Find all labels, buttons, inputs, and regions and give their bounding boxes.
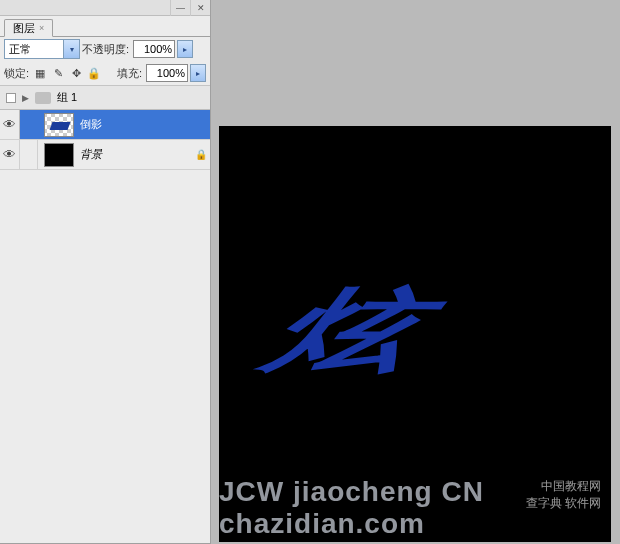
group-name: 组 1 <box>57 90 77 105</box>
canvas-area: 炫 中国教程网 查字典 软件网 JCW jiaocheng CN chazidi… <box>219 126 611 542</box>
lock-position-icon[interactable]: ✥ <box>69 66 83 80</box>
link-cell <box>20 140 38 169</box>
layer-name: 背景 <box>80 147 192 162</box>
minimize-icon[interactable]: — <box>170 0 190 16</box>
visibility-box[interactable] <box>6 93 16 103</box>
tab-label: 图层 <box>13 20 35 36</box>
blend-mode-value: 正常 <box>9 42 31 57</box>
close-icon[interactable]: ✕ <box>190 0 210 16</box>
fill-label: 填充: <box>117 66 142 81</box>
folder-icon <box>35 92 51 104</box>
blend-mode-select[interactable]: 正常 ▾ <box>4 39 80 59</box>
fill-input[interactable]: 100% <box>146 64 188 82</box>
layer-item-reflection[interactable]: 👁 倒影 <box>0 110 210 140</box>
tab-layers[interactable]: 图层 × <box>4 19 53 37</box>
visibility-toggle[interactable]: 👁 <box>0 110 20 139</box>
tab-close-icon[interactable]: × <box>39 20 44 36</box>
group-header[interactable]: ▶ 组 1 <box>0 86 210 110</box>
layer-thumbnail[interactable] <box>44 113 74 137</box>
chevron-down-icon: ▾ <box>63 40 79 58</box>
lock-transparent-icon[interactable]: ▦ <box>33 66 47 80</box>
fill-arrow-button[interactable]: ▸ <box>190 64 206 82</box>
lock-pixels-icon[interactable]: ✎ <box>51 66 65 80</box>
disclosure-triangle-icon[interactable]: ▶ <box>22 93 29 103</box>
opacity-label: 不透明度: <box>82 42 129 57</box>
lock-toggles: ▦ ✎ ✥ 🔒 <box>33 66 101 80</box>
lock-fill-row: 锁定: ▦ ✎ ✥ 🔒 填充: 100% ▸ <box>0 61 210 85</box>
layer-item-background[interactable]: 👁 背景 🔒 <box>0 140 210 170</box>
fill-value: 100% <box>157 67 185 79</box>
blend-opacity-row: 正常 ▾ 不透明度: 100% ▸ <box>0 37 210 61</box>
visibility-toggle[interactable]: 👁 <box>0 140 20 169</box>
opacity-arrow-button[interactable]: ▸ <box>177 40 193 58</box>
lock-all-icon[interactable]: 🔒 <box>87 66 101 80</box>
watermark-en: JCW jiaocheng CN chazidian.com <box>219 476 605 540</box>
lock-icon: 🔒 <box>192 149 210 160</box>
eye-icon: 👁 <box>3 147 16 162</box>
lock-label: 锁定: <box>4 66 29 81</box>
opacity-value: 100% <box>144 43 172 55</box>
layer-thumbnail[interactable] <box>44 143 74 167</box>
layers-panel: — ✕ 图层 × 正常 ▾ 不透明度: 100% ▸ 锁定: ▦ ✎ ✥ 🔒 填… <box>0 0 211 544</box>
link-cell <box>20 110 38 139</box>
eye-icon: 👁 <box>3 117 16 132</box>
layer-name: 倒影 <box>80 117 210 132</box>
tab-row: 图层 × <box>0 16 210 36</box>
canvas-glyph: 炫 <box>250 269 432 393</box>
opacity-input[interactable]: 100% <box>133 40 175 58</box>
panel-titlebar: — ✕ <box>0 0 210 16</box>
